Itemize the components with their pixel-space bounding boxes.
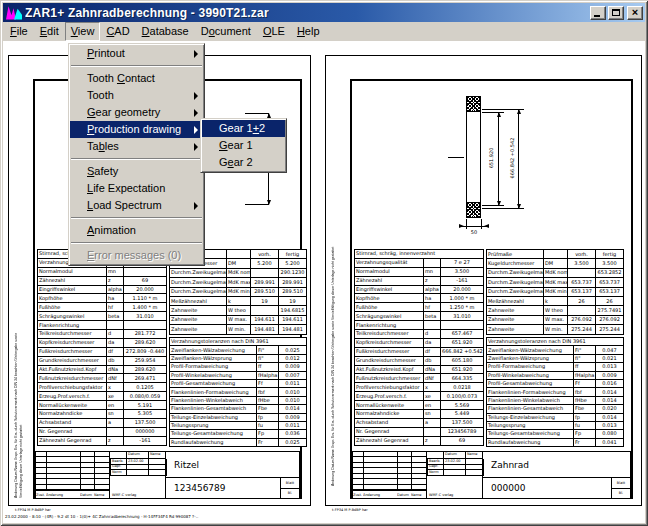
menubar-item-cad[interactable]: CAD	[100, 22, 135, 41]
table-row: Profil-Formabweichungff0.013	[487, 363, 624, 371]
menu-item-life-expectation[interactable]: Life Expectation	[70, 180, 203, 197]
table-row: Teilkreisdurchmesserd657.467	[355, 330, 484, 339]
table-row: Normalmodulmn3.500	[355, 267, 484, 276]
submenu-arrow-icon	[194, 109, 198, 117]
table-row: Teilungs-Einzelabweichungfp0.014	[487, 413, 624, 421]
dimension-line	[498, 112, 499, 206]
dimension-arrow-icon	[267, 200, 271, 205]
sheet-margin-text: Änderung Datum Name Urspr. Ers. für Ers.…	[14, 326, 29, 498]
menu-separator	[71, 217, 202, 219]
table-row: Durchm.ZweikugelmaßMdK max289.991289.991	[170, 278, 307, 287]
minimize-button[interactable]	[590, 6, 606, 20]
submenu-arrow-icon	[194, 143, 198, 151]
menubar-item-document[interactable]: Document	[195, 22, 257, 41]
table-row: ZahnweiteW theo275.7491	[487, 306, 624, 315]
table-row: Durchm.ZweikugelmaßMdK min653.137653.137	[487, 287, 624, 296]
menubar-item-help[interactable]: Help	[291, 22, 326, 41]
menubar-item-view[interactable]: View	[65, 22, 101, 41]
parameters-table: Stirnrad, schräg, außenverzahnt Verzahnu…	[37, 249, 167, 446]
hatched-tooth-zone	[466, 96, 481, 112]
maximize-button[interactable]	[608, 6, 624, 20]
app-window: ZAR1+ Zahnradberechnung - 3990T21.zar × …	[0, 0, 648, 526]
drawing-sheet-gear2: Änderung Datum Name Urspr. Ers. für Ers.…	[325, 55, 642, 506]
menubar-item-file[interactable]: File	[4, 22, 34, 41]
menu-item-printout[interactable]: Printout	[70, 45, 203, 62]
submenu-arrow-icon	[194, 50, 198, 58]
table-row: Zweiflanken-Wälzsprungfi"0.021	[487, 354, 624, 362]
hatched-tooth-zone	[466, 202, 481, 218]
menu-item-tables[interactable]: Tables	[70, 138, 203, 155]
title-block: Zust. Änderung Datum Name DatumName Bear…	[352, 451, 631, 499]
close-button[interactable]: ×	[627, 6, 643, 20]
table-row: Normalmodulmn	[38, 267, 167, 276]
table-row: Normalzahndickesn5.449	[355, 410, 484, 419]
table-row: Profil-GesamtabweichungFf0.016	[487, 379, 624, 387]
table-row: Teilungssprungfu0.011	[170, 421, 307, 429]
menu-item-gear-2[interactable]: Gear 2	[202, 154, 285, 171]
table-row: Nr. Gegenrad123456789	[355, 427, 484, 436]
table-row: Erzeug.Prof.versch.f.xe0.100/0.073	[355, 392, 484, 401]
dimension-arrow-icon	[517, 109, 521, 114]
table-row: Flankenlinien-GesamtabweichFbe0.014	[170, 405, 307, 413]
titlebar[interactable]: ZAR1+ Zahnradberechnung - 3990T21.zar ×	[3, 3, 645, 22]
table-row: Zähnezahlz69	[38, 276, 167, 285]
table-row: Eingriffswinkelalpha20.000	[38, 285, 167, 294]
app-icon	[6, 6, 22, 20]
table-row: Schrägungswinkelbeta31.010	[38, 312, 167, 321]
table-row: Teilungssprungfu0.013	[487, 421, 624, 429]
menubar-item-edit[interactable]: Edit	[34, 22, 65, 41]
menu-item-error-messages-0: Error messages (0)	[70, 247, 203, 264]
table-row: Fußkreisdurchmesserdf666.842 +0.542	[355, 347, 484, 356]
menu-item-gear-geometry[interactable]: Gear geometry	[70, 104, 203, 121]
table-row: Flankenlinien-Formabweichungfbf0.014	[487, 388, 624, 396]
sheet-footnote: t-FP34 M P-BdBP har	[332, 508, 368, 512]
menu-separator	[71, 242, 202, 244]
table-row: Kopfhöheha1.000 * m	[355, 294, 484, 303]
dimension-label-da: 651.920	[488, 123, 496, 193]
title-block: Zust. Änderung Datum Name DatumName Bear…	[35, 451, 300, 499]
revision-grid: Zust. Änderung Datum Name	[353, 452, 427, 498]
table-row: Grundkreisdurchmesserdb259.954	[38, 356, 167, 365]
table-row: Meßzähnezahlk2626	[487, 296, 624, 305]
table-row: Verzahnungsqualität7 e 27	[355, 258, 484, 267]
table-row: Fußhöhehf1.250 * m	[355, 303, 484, 312]
table-row: Meßzähnezahlk1919	[170, 296, 307, 305]
menu-item-load-spectrum[interactable]: Load Spectrum	[70, 197, 203, 214]
menu-item-tooth-contact[interactable]: Tooth Contact	[70, 70, 203, 87]
table-row: Kopfhöheha1.110 * m	[38, 294, 167, 303]
table-row: Zähnezahl Gegenradz-161	[38, 436, 167, 445]
extension-line	[245, 113, 269, 114]
menubar-item-ole[interactable]: OLE	[257, 22, 291, 41]
table-row: Norm	[111, 470, 167, 476]
menu-item-tooth[interactable]: Tooth	[70, 87, 203, 104]
approval-block: DatumName Bearb.23.02.00Gepr.Norm WMF-C …	[427, 452, 483, 498]
menubar: FileEditViewCADDatabaseDocumentOLEHelp	[3, 22, 645, 41]
title-block-note: WMF-C vorlag	[429, 493, 453, 497]
submenu-arrow-icon	[194, 92, 198, 100]
gear-cross-section	[466, 96, 481, 218]
menu-item-animation[interactable]: Animation	[70, 222, 203, 239]
production-drawing-submenu: Gear 1+2Gear 1Gear 2	[200, 118, 287, 173]
revision-grid: Zust. Änderung Datum Name	[36, 452, 110, 498]
extension-line	[481, 219, 482, 229]
table-row: Erzeug.Prof.versch.f.xe0.080/0.059	[38, 392, 167, 401]
menu-item-gear-1-2[interactable]: Gear 1+2	[202, 120, 285, 137]
window-title: ZAR1+ Zahnradberechnung - 3990T21.zar	[25, 6, 588, 20]
menu-item-production-drawing[interactable]: Production drawing	[70, 121, 203, 138]
table-row: Fußhöhehf1.400 * m	[38, 303, 167, 312]
menubar-item-database[interactable]: Database	[136, 22, 195, 41]
table-header-row: Verzahnungstoleranzen nach DIN 3961	[170, 338, 307, 346]
table-row: Akt.Fußnutzkreisd.KopfdNa289.620	[38, 365, 167, 374]
menu-separator	[71, 65, 202, 67]
document-footer-line: 23.02.2000 - 8:10 - (4R) - 9.2 dt 10 - 1…	[5, 514, 198, 519]
dimension-label-width: 50	[460, 229, 488, 235]
table-row: Flankenlinien-GesamtabweichFbe0.020	[487, 405, 624, 413]
table-header-row: Prüfmaße vorh. fertig	[487, 250, 624, 259]
centerline	[448, 157, 464, 158]
parameters-table: Stirnrad, schräg, innenverzahnt Verzahnu…	[354, 249, 484, 446]
menu-item-safety[interactable]: Safety	[70, 163, 203, 180]
menu-item-gear-1[interactable]: Gear 1	[202, 137, 285, 154]
table-row: Akt.Fußnutzkreisd.KopfdNa651.920	[355, 365, 484, 374]
table-row: Grundkreisdurchmesserdb605.180	[355, 356, 484, 365]
table-row: Achsabstanda137.500	[38, 418, 167, 427]
